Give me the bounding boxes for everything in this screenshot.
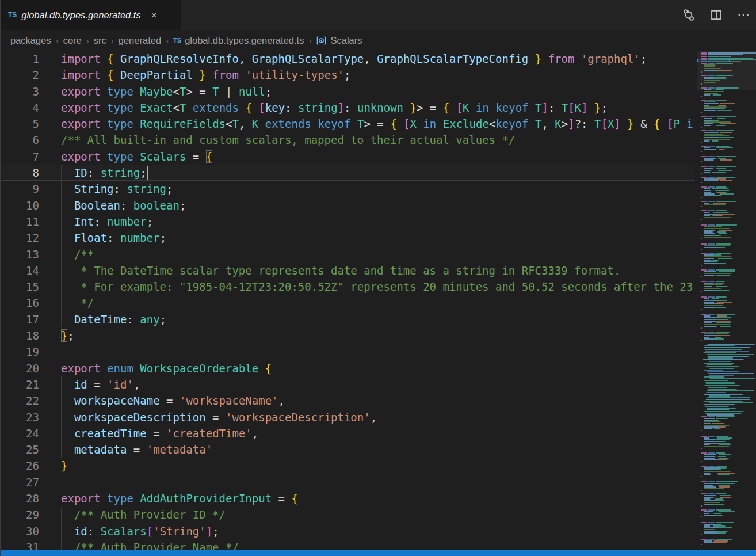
line-number[interactable]: 18: [0, 327, 39, 344]
breadcrumb-item-core[interactable]: core: [63, 35, 82, 46]
breadcrumb-item-src[interactable]: src: [94, 35, 106, 46]
code-line[interactable]: 7export type Scalars = {: [0, 148, 694, 165]
code-line[interactable]: 4export type Exact<T extends { [key: str…: [0, 100, 694, 116]
code-line[interactable]: 11 Int: number;: [0, 214, 694, 230]
token: id: [74, 525, 87, 538]
token: [397, 117, 403, 130]
open-changes-icon[interactable]: [681, 7, 696, 22]
token: [: [601, 117, 607, 130]
token: [101, 362, 107, 375]
token: [61, 541, 74, 550]
token: {: [245, 101, 251, 114]
line-number[interactable]: 7: [0, 148, 39, 165]
code-line[interactable]: 5export type RequireFields<T, K extends …: [0, 116, 694, 132]
token: [61, 280, 81, 293]
code-text: export type AddAuthProviderInput = {: [61, 490, 298, 507]
close-tab-icon[interactable]: ×: [151, 10, 157, 20]
line-number[interactable]: 25: [0, 441, 39, 458]
token: export: [61, 101, 101, 114]
minimap-slider[interactable]: [697, 51, 756, 90]
code-line[interactable]: 10 Boolean: boolean;: [0, 197, 694, 214]
line-number[interactable]: 27: [0, 474, 39, 490]
line-number[interactable]: 30: [0, 523, 39, 539]
code-line[interactable]: 12 Float: number;: [0, 230, 694, 246]
code-line[interactable]: 17 DateTime: any;: [0, 311, 694, 327]
line-number[interactable]: 17: [0, 311, 39, 327]
code-line[interactable]: 30 id: Scalars['String'];: [0, 523, 694, 539]
line-number[interactable]: 16: [0, 295, 39, 311]
breadcrumb-separator: ›: [111, 36, 114, 45]
line-number[interactable]: 20: [0, 360, 39, 376]
line-number[interactable]: 13: [0, 246, 39, 262]
breadcrumb-label: src: [94, 35, 106, 46]
code-line[interactable]: 3export type Maybe<T> = T | null;: [0, 83, 694, 100]
code-line[interactable]: 27: [0, 474, 694, 490]
line-number[interactable]: 14: [0, 262, 39, 279]
line-number[interactable]: 31: [0, 539, 39, 550]
code-editor[interactable]: 1import { GraphQLResolveInfo, GraphQLSca…: [0, 51, 694, 550]
line-number[interactable]: 6: [0, 132, 39, 148]
token: P: [673, 117, 679, 130]
code-line[interactable]: 19: [0, 344, 694, 360]
line-number[interactable]: 23: [0, 409, 39, 425]
token: T: [594, 117, 601, 130]
code-line[interactable]: 13 /**: [0, 246, 694, 262]
code-line[interactable]: 26}: [0, 458, 694, 474]
line-number[interactable]: 15: [0, 279, 39, 295]
code-line[interactable]: 31 /** Auth Provider Name */: [0, 539, 694, 550]
token: ,: [541, 117, 555, 130]
code-line[interactable]: 18};: [0, 327, 694, 344]
line-number[interactable]: 29: [0, 507, 39, 523]
token: [61, 166, 74, 179]
more-actions-icon[interactable]: ⋯: [736, 7, 751, 22]
line-number[interactable]: 12: [0, 230, 39, 246]
code-line[interactable]: 9 String: string;: [0, 181, 694, 197]
line-number[interactable]: 2: [0, 67, 39, 83]
line-number[interactable]: 21: [0, 376, 39, 393]
split-editor-icon[interactable]: [709, 7, 724, 22]
code-line[interactable]: 16 */: [0, 295, 694, 311]
token: from: [548, 52, 575, 65]
code-line[interactable]: 24 createdTime = 'createdTime',: [0, 425, 694, 441]
code-line[interactable]: 25 metadata = 'metadata': [0, 441, 694, 458]
code-line[interactable]: 14 * The DateTime scalar type represents…: [0, 262, 694, 279]
code-line[interactable]: 22 workspaceName = 'workspaceName',: [0, 393, 694, 409]
code-line[interactable]: 23 workspaceDescription = 'workspaceDesc…: [0, 409, 694, 425]
token: [101, 85, 107, 98]
code-line[interactable]: 2import { DeepPartial } from 'utility-ty…: [0, 67, 694, 83]
code-line[interactable]: 21 id = 'id',: [0, 376, 694, 393]
token: [133, 362, 140, 375]
code-text: Boolean: boolean;: [61, 197, 186, 214]
token: [541, 52, 548, 65]
line-number[interactable]: 19: [0, 344, 39, 360]
editor-tab[interactable]: TS global.db.types.generated.ts ×: [0, 0, 181, 30]
line-number[interactable]: 9: [0, 181, 39, 197]
breadcrumb-item-packages[interactable]: packages: [10, 35, 51, 46]
token: [61, 182, 74, 195]
breadcrumb-item-scalars[interactable]: Scalars: [316, 35, 362, 46]
code-line[interactable]: 28export type AddAuthProviderInput = {: [0, 490, 694, 507]
line-number[interactable]: 3: [0, 83, 39, 100]
minimap[interactable]: [697, 51, 756, 550]
token: [: [568, 101, 574, 114]
breadcrumb-item-global-db-types-generated-ts[interactable]: TSglobal.db.types.generated.ts: [173, 35, 304, 46]
line-number[interactable]: 24: [0, 425, 39, 441]
token: [258, 362, 265, 375]
line-number[interactable]: 4: [0, 100, 39, 116]
code-line[interactable]: 20export enum WorkspaceOrderable {: [0, 360, 694, 376]
line-number[interactable]: 5: [0, 116, 39, 132]
line-number[interactable]: 10: [0, 197, 39, 214]
line-number[interactable]: 28: [0, 490, 39, 507]
line-number[interactable]: 22: [0, 393, 39, 409]
line-number[interactable]: 11: [0, 214, 39, 230]
breadcrumb-item-generated[interactable]: generated: [119, 35, 161, 46]
code-line[interactable]: 29 /** Auth Provider ID */: [0, 507, 694, 523]
line-number[interactable]: 26: [0, 458, 39, 474]
line-number[interactable]: 8: [0, 165, 39, 181]
code-line[interactable]: 6/** All built-in and custom scalars, ma…: [0, 132, 694, 148]
code-line[interactable]: 8 ID: string;: [0, 165, 694, 181]
line-number[interactable]: 1: [0, 51, 39, 67]
code-text: export enum WorkspaceOrderable {: [61, 360, 272, 376]
code-line[interactable]: 15 * For example: "1985-04-12T23:20:50.5…: [0, 279, 694, 295]
code-line[interactable]: 1import { GraphQLResolveInfo, GraphQLSca…: [0, 51, 694, 67]
